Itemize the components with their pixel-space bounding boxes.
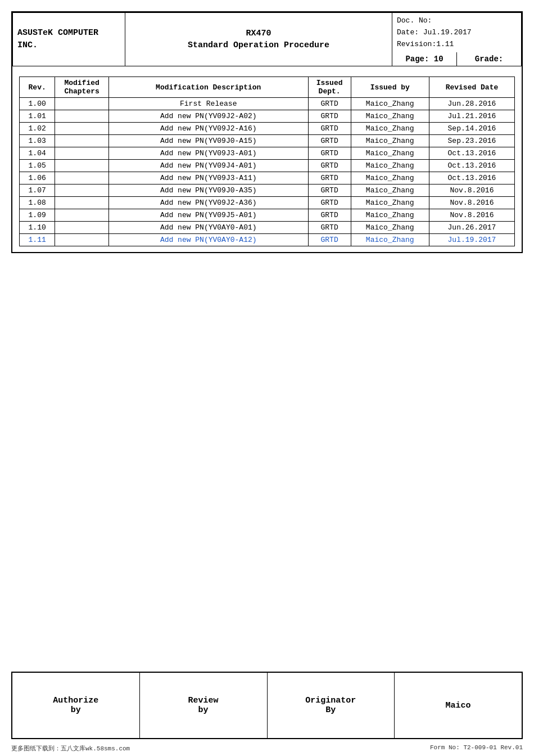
col-header-rev: Rev. — [20, 77, 55, 98]
cell-desc: Add new PN(YV0AY0-A12) — [108, 234, 308, 246]
cell-revised: Nov.8.2016 — [429, 184, 514, 197]
document-wrapper: ASUSTeK COMPUTER INC. RX470 Standard Ope… — [11, 11, 523, 253]
originator-name: Maico — [446, 701, 471, 710]
doc-title: Standard Operation Procedure — [130, 40, 387, 50]
authorize-by-cell: Authorizeby — [12, 673, 140, 738]
table-row: 1.10Add new PN(YV0AY0-A01)GRTDMaico_Zhan… — [20, 222, 515, 234]
table-row: 1.03Add new PN(YV09J0-A15)GRTDMaico_Zhan… — [20, 135, 515, 147]
table-header-row: Rev. ModifiedChapters Modification Descr… — [20, 77, 515, 98]
col-header-mod: ModifiedChapters — [55, 77, 109, 98]
cell-desc: Add new PN(YV09J2-A02) — [108, 110, 308, 123]
cell-mod — [55, 234, 109, 246]
doc-date: Date: Jul.19.2017 — [397, 27, 517, 39]
authorize-by-label: Authorizeby — [53, 696, 98, 715]
cell-issuedby: Maico_Zhang — [351, 123, 429, 135]
company-name: ASUSTeK COMPUTER INC. — [17, 28, 98, 51]
cell-issuedby: Maico_Zhang — [351, 222, 429, 234]
table-row: 1.05Add new PN(YV09J4-A01)GRTDMaico_Zhan… — [20, 160, 515, 172]
cell-issuedby: Maico_Zhang — [351, 234, 429, 246]
grade-label: Grade: — [475, 55, 503, 64]
cell-revised: Oct.13.2016 — [429, 147, 514, 160]
cell-issuedby: Maico_Zhang — [351, 160, 429, 172]
review-by-cell: Reviewby — [140, 673, 268, 738]
cell-dept: GRTD — [308, 98, 351, 110]
cell-issuedby: Maico_Zhang — [351, 197, 429, 209]
cell-issuedby: Maico_Zhang — [351, 209, 429, 222]
cell-revised: Nov.8.2016 — [429, 209, 514, 222]
page-cell: Page: 10 — [392, 52, 457, 66]
table-row: 1.11Add new PN(YV0AY0-A12)GRTDMaico_Zhan… — [20, 234, 515, 246]
cell-desc: Add new PN(YV09J0-A15) — [108, 135, 308, 147]
cell-dept: GRTD — [308, 135, 351, 147]
cell-desc: Add new PN(YV09J2-A36) — [108, 197, 308, 209]
title-cell: RX470 Standard Operation Procedure — [125, 13, 392, 66]
cell-dept: GRTD — [308, 234, 351, 246]
cell-rev: 1.04 — [20, 147, 55, 160]
cell-issuedby: Maico_Zhang — [351, 110, 429, 123]
cell-dept: GRTD — [308, 222, 351, 234]
cell-desc: Add new PN(YV09J0-A35) — [108, 184, 308, 197]
cell-mod — [55, 135, 109, 147]
cell-issuedby: Maico_Zhang — [351, 135, 429, 147]
footer-right: Form No: T2-009-01 Rev.01 — [430, 744, 523, 753]
doc-info-cell: Doc. No: Date: Jul.19.2017 Revision:1.11 — [392, 13, 522, 53]
table-row: 1.07Add new PN(YV09J0-A35)GRTDMaico_Zhan… — [20, 184, 515, 197]
cell-dept: GRTD — [308, 197, 351, 209]
cell-mod — [55, 209, 109, 222]
doc-no: Doc. No: — [397, 15, 517, 27]
cell-rev: 1.01 — [20, 110, 55, 123]
cell-rev: 1.11 — [20, 234, 55, 246]
col-header-revised: Revised Date — [429, 77, 514, 98]
cell-dept: GRTD — [308, 184, 351, 197]
cell-desc: Add new PN(YV09J2-A16) — [108, 123, 308, 135]
cell-desc: First Release — [108, 98, 308, 110]
cell-issuedby: Maico_Zhang — [351, 147, 429, 160]
review-by-label: Reviewby — [188, 696, 219, 715]
cell-issuedby: Maico_Zhang — [351, 184, 429, 197]
cell-mod — [55, 110, 109, 123]
table-row: 1.02Add new PN(YV09J2-A16)GRTDMaico_Zhan… — [20, 123, 515, 135]
cell-mod — [55, 184, 109, 197]
cell-mod — [55, 147, 109, 160]
cell-desc: Add new PN(YV09J3-A11) — [108, 172, 308, 184]
originator-name-cell: Maico — [395, 673, 522, 738]
cell-mod — [55, 123, 109, 135]
cell-revised: Jul.21.2016 — [429, 110, 514, 123]
table-row: 1.06Add new PN(YV09J3-A11)GRTDMaico_Zhan… — [20, 172, 515, 184]
cell-rev: 1.09 — [20, 209, 55, 222]
header-table: ASUSTeK COMPUTER INC. RX470 Standard Ope… — [12, 12, 522, 66]
cell-mod — [55, 172, 109, 184]
cell-revised: Jun.26.2017 — [429, 222, 514, 234]
company-cell: ASUSTeK COMPUTER INC. — [13, 13, 125, 66]
cell-rev: 1.02 — [20, 123, 55, 135]
grade-cell: Grade: — [457, 52, 522, 66]
col-header-issuedby: Issued by — [351, 77, 429, 98]
cell-revised: Jun.28.2016 — [429, 98, 514, 110]
cell-issuedby: Maico_Zhang — [351, 98, 429, 110]
content-area: Rev. ModifiedChapters Modification Descr… — [12, 66, 522, 252]
originator-by-cell: OriginatorBy — [268, 673, 395, 738]
cell-rev: 1.07 — [20, 184, 55, 197]
table-row: 1.04Add new PN(YV09J3-A01)GRTDMaico_Zhan… — [20, 147, 515, 160]
cell-revised: Oct.13.2016 — [429, 172, 514, 184]
table-row: 1.01Add new PN(YV09J2-A02)GRTDMaico_Zhan… — [20, 110, 515, 123]
cell-dept: GRTD — [308, 110, 351, 123]
cell-revised: Sep.14.2016 — [429, 123, 514, 135]
doc-revision: Revision:1.11 — [397, 39, 517, 51]
col-header-dept: IssuedDept. — [308, 77, 351, 98]
product-name: RX470 — [130, 29, 387, 38]
cell-desc: Add new PN(YV09J5-A01) — [108, 209, 308, 222]
cell-rev: 1.08 — [20, 197, 55, 209]
cell-rev: 1.05 — [20, 160, 55, 172]
cell-desc: Add new PN(YV09J3-A01) — [108, 147, 308, 160]
cell-dept: GRTD — [308, 172, 351, 184]
cell-dept: GRTD — [308, 123, 351, 135]
cell-revised: Nov.8.2016 — [429, 197, 514, 209]
bottom-bar: 更多图纸下载到：五八文库wk.58sms.com Form No: T2-009… — [11, 744, 523, 753]
cell-revised: Jul.19.2017 — [429, 234, 514, 246]
revision-table: Rev. ModifiedChapters Modification Descr… — [19, 76, 515, 246]
cell-mod — [55, 160, 109, 172]
cell-dept: GRTD — [308, 147, 351, 160]
cell-dept: GRTD — [308, 160, 351, 172]
cell-rev: 1.10 — [20, 222, 55, 234]
